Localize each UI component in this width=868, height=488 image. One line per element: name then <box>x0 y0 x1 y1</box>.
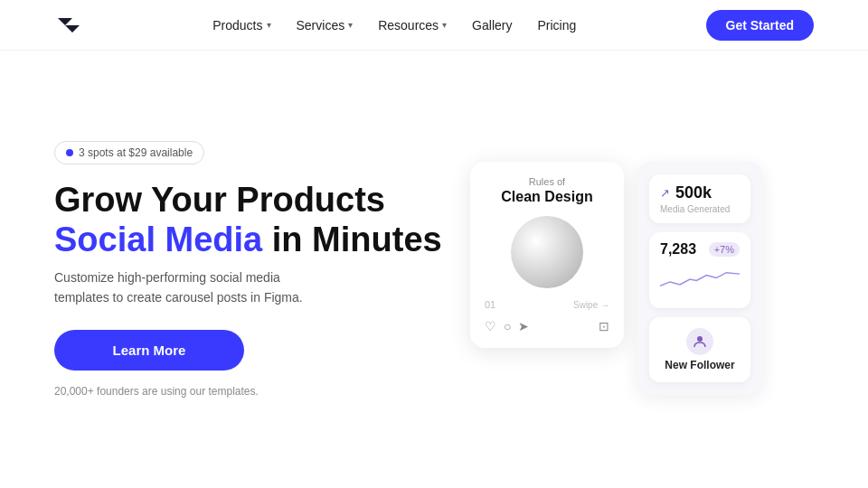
chart-visual <box>660 263 740 296</box>
card-post-footer: 01 Swipe → <box>485 299 609 310</box>
chevron-icon: ▾ <box>442 20 447 30</box>
badge-text: 3 spots at $29 available <box>79 146 193 159</box>
card-post-num: 01 <box>485 299 495 310</box>
logo-icon <box>54 11 83 40</box>
comment-icon[interactable]: ○ <box>504 319 511 333</box>
bookmark-icon[interactable]: ⊡ <box>599 319 609 333</box>
learn-more-button[interactable]: Learn More <box>54 330 244 371</box>
svg-marker-0 <box>58 18 72 25</box>
card-post-swipe: Swipe → <box>573 300 609 310</box>
headline-blue: Social Media <box>54 221 262 258</box>
get-started-button[interactable]: Get Started <box>706 10 814 41</box>
stat-reach: ↗ 500k Media Generated <box>649 174 750 223</box>
hero-left: 3 spots at $29 available Grow Your Produ… <box>54 141 470 397</box>
trend-icon: ↗ <box>660 186 670 200</box>
headline-line1: Grow Your Products <box>54 181 385 219</box>
card-stats: ↗ 500k Media Generated 7,283 +7% <box>637 162 763 395</box>
nav-resources[interactable]: Resources ▾ <box>378 18 447 33</box>
sphere-visual <box>511 216 583 288</box>
follower-avatar-icon <box>686 328 713 355</box>
card-post: Rules of Clean Design 01 Swipe → ♡ ○ ➤ ⊡ <box>470 162 624 348</box>
badge: 3 spots at $29 available <box>54 141 204 164</box>
nav-pricing[interactable]: Pricing <box>537 18 576 33</box>
hero-right: Rules of Clean Design 01 Swipe → ♡ ○ ➤ ⊡ <box>470 144 814 395</box>
reach-value: 500k <box>675 183 712 202</box>
stat-new-follower: New Follower <box>649 317 750 382</box>
nav-products[interactable]: Products ▾ <box>212 18 270 33</box>
card-post-title: Clean Design <box>485 189 609 205</box>
chevron-icon: ▾ <box>267 20 271 30</box>
navbar: Products ▾ Services ▾ Resources ▾ Galler… <box>0 0 868 51</box>
new-follower-label: New Follower <box>665 359 734 371</box>
card-post-subtitle: Rules of <box>485 176 609 187</box>
reach-label: Media Generated <box>660 204 740 214</box>
svg-marker-1 <box>65 25 80 33</box>
heart-icon[interactable]: ♡ <box>485 319 496 333</box>
card-post-icons: ♡ ○ ➤ <box>485 319 529 333</box>
hero-description: Customize high-performing social media t… <box>54 267 326 308</box>
hero-section: 3 spots at $29 available Grow Your Produ… <box>0 51 868 488</box>
headline-suffix: in Minutes <box>262 221 441 258</box>
followers-num: 7,283 <box>660 241 696 258</box>
logo <box>54 11 83 40</box>
followers-pct: +7% <box>709 242 740 257</box>
hero-headline: Grow Your Products Social Media in Minut… <box>54 181 452 259</box>
stat-followers: 7,283 +7% <box>649 232 750 308</box>
share-icon[interactable]: ➤ <box>518 319 529 333</box>
card-post-actions: ♡ ○ ➤ ⊡ <box>485 319 609 333</box>
founders-text: 20,000+ founders are using our templates… <box>54 385 452 398</box>
nav-links: Products ▾ Services ▾ Resources ▾ Galler… <box>212 18 576 33</box>
badge-dot <box>66 149 73 156</box>
nav-services[interactable]: Services ▾ <box>297 18 354 33</box>
chevron-icon: ▾ <box>348 20 353 30</box>
nav-gallery[interactable]: Gallery <box>472 18 512 33</box>
svg-point-2 <box>697 336 703 342</box>
